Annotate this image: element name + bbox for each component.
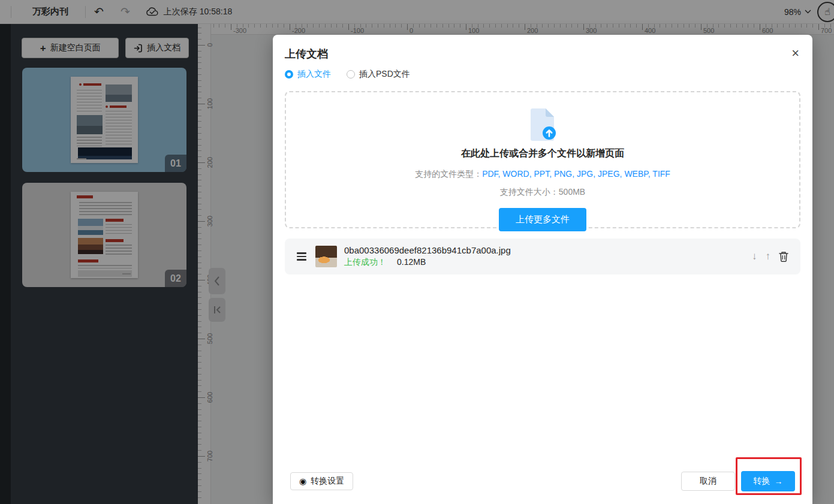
modal-footer: ◉ 转换设置 取消 转换 → xyxy=(273,470,812,494)
settings-label: 转换设置 xyxy=(311,476,344,487)
dropzone-heading: 在此处上传或合并多个文件以新增页面 xyxy=(286,147,799,160)
move-up-icon[interactable]: ↑ xyxy=(766,251,771,262)
types-value: PDF, WORD, PPT, PNG, JPG, JPEG, WEBP, TI… xyxy=(482,169,670,179)
convert-button[interactable]: 转换 → xyxy=(741,471,795,491)
file-thumbnail xyxy=(315,246,337,267)
option-label: 插入文件 xyxy=(297,69,331,80)
delete-icon[interactable] xyxy=(779,251,788,262)
modal-title: 上传文档 xyxy=(285,47,328,61)
file-size: 0.12MB xyxy=(397,257,426,268)
upload-more-files-button[interactable]: 上传更多文件 xyxy=(499,208,586,231)
close-icon[interactable]: × xyxy=(791,47,799,60)
file-upload-icon xyxy=(529,108,556,141)
option-label: 插入PSD文件 xyxy=(359,69,410,80)
supported-size-line: 支持文件大小：500MB xyxy=(286,187,799,198)
cancel-button[interactable]: 取消 xyxy=(681,472,735,491)
gear-icon: ◉ xyxy=(299,477,306,485)
upload-document-modal: 上传文档 × 插入文件 插入PSD文件 在此处上传或合并多个文件以新增页面 支持… xyxy=(273,35,812,504)
move-down-icon[interactable]: ↓ xyxy=(752,251,757,262)
supported-types-line: 支持的文件类型：PDF, WORD, PPT, PNG, JPG, JPEG, … xyxy=(286,169,799,180)
convert-label: 转换 xyxy=(754,476,770,487)
convert-settings-button[interactable]: ◉ 转换设置 xyxy=(290,472,353,490)
upload-status: 上传成功！ xyxy=(344,257,386,268)
option-insert-file[interactable]: 插入文件 xyxy=(285,69,331,80)
uploaded-file-row: 0ba00336069deef82136b941cb7a00a.jpg 上传成功… xyxy=(285,239,800,274)
upload-type-options: 插入文件 插入PSD文件 xyxy=(285,69,410,80)
arrow-right-icon: → xyxy=(775,476,783,486)
types-label: 支持的文件类型： xyxy=(415,169,482,179)
radio-unselected-icon xyxy=(347,70,355,79)
file-name: 0ba00336069deef82136b941cb7a00a.jpg xyxy=(344,245,511,255)
size-value: 500MB xyxy=(559,187,585,197)
upload-dropzone[interactable]: 在此处上传或合并多个文件以新增页面 支持的文件类型：PDF, WORD, PPT… xyxy=(285,91,800,228)
radio-selected-icon xyxy=(285,70,293,79)
drag-handle-icon[interactable] xyxy=(297,252,306,261)
size-label: 支持文件大小： xyxy=(500,187,559,197)
option-insert-psd[interactable]: 插入PSD文件 xyxy=(347,69,410,80)
